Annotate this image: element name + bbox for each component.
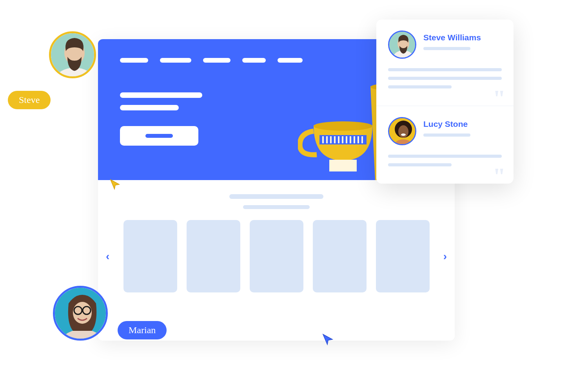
collaborator-avatar-steve bbox=[49, 31, 96, 78]
nav-item[interactable] bbox=[242, 58, 266, 63]
carousel-card[interactable] bbox=[250, 220, 303, 292]
cursor-icon-steve bbox=[109, 178, 122, 191]
svg-rect-19 bbox=[329, 160, 357, 171]
svg-rect-15 bbox=[350, 136, 351, 143]
carousel-card[interactable] bbox=[187, 220, 240, 292]
svg-rect-12 bbox=[338, 136, 339, 143]
avatar bbox=[388, 117, 416, 145]
testimonial-card: Lucy Stone " bbox=[376, 106, 514, 184]
chevron-left-icon[interactable]: ‹ bbox=[102, 250, 113, 263]
text-placeholder bbox=[388, 68, 502, 71]
nav-item[interactable] bbox=[160, 58, 191, 63]
testimonial-role-placeholder bbox=[423, 47, 470, 50]
text-placeholder bbox=[120, 105, 179, 110]
svg-rect-18 bbox=[361, 136, 363, 143]
svg-rect-13 bbox=[342, 136, 343, 143]
svg-rect-11 bbox=[334, 136, 336, 143]
section-subtitle-placeholder bbox=[243, 205, 310, 209]
svg-rect-9 bbox=[326, 136, 328, 143]
testimonial-card: Steve Williams " bbox=[376, 20, 514, 106]
nav-item[interactable] bbox=[120, 58, 148, 63]
card-list bbox=[116, 220, 437, 292]
nav-item[interactable] bbox=[278, 58, 303, 63]
text-placeholder bbox=[120, 92, 202, 98]
svg-rect-16 bbox=[354, 136, 355, 143]
nav-item[interactable] bbox=[203, 58, 230, 63]
section-title-placeholder bbox=[229, 194, 323, 199]
cursor-icon-marian bbox=[321, 333, 335, 346]
avatar bbox=[388, 31, 416, 59]
svg-point-6 bbox=[314, 121, 372, 131]
carousel-card[interactable] bbox=[123, 220, 177, 292]
testimonials-panel: Steve Williams " Lucy Stone " bbox=[376, 20, 514, 184]
collaborator-avatar-marian bbox=[53, 286, 108, 341]
svg-rect-17 bbox=[358, 136, 359, 143]
content-section bbox=[98, 180, 455, 209]
svg-point-27 bbox=[401, 133, 406, 136]
carousel: ‹ › bbox=[98, 209, 455, 292]
collaborator-tag-marian: Marian bbox=[118, 321, 167, 339]
text-placeholder bbox=[388, 85, 452, 88]
text-placeholder bbox=[388, 77, 502, 80]
carousel-card[interactable] bbox=[313, 220, 367, 292]
svg-point-26 bbox=[398, 125, 408, 138]
testimonial-role-placeholder bbox=[423, 133, 470, 137]
text-placeholder bbox=[388, 155, 502, 158]
quote-icon: " bbox=[493, 173, 506, 180]
text-placeholder bbox=[388, 163, 452, 166]
testimonial-name: Steve Williams bbox=[423, 33, 481, 42]
svg-rect-14 bbox=[346, 136, 347, 143]
cta-label-placeholder bbox=[145, 134, 173, 138]
svg-rect-8 bbox=[322, 136, 324, 143]
cta-button[interactable] bbox=[120, 126, 198, 146]
quote-icon: " bbox=[493, 95, 506, 102]
svg-rect-10 bbox=[330, 136, 332, 143]
chevron-right-icon[interactable]: › bbox=[439, 250, 451, 263]
carousel-card[interactable] bbox=[376, 220, 430, 292]
testimonial-name: Lucy Stone bbox=[423, 119, 470, 129]
collaborator-tag-steve: Steve bbox=[8, 91, 51, 109]
